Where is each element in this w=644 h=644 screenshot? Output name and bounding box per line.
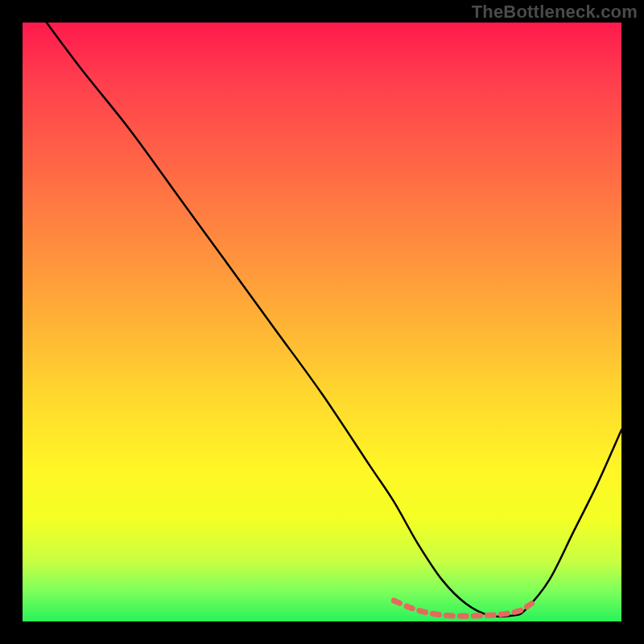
plateau-highlight bbox=[394, 601, 531, 616]
chart-plot-area bbox=[23, 23, 621, 621]
watermark-text: TheBottleneck.com bbox=[472, 2, 638, 23]
main-curve bbox=[47, 23, 621, 617]
chart-svg bbox=[23, 23, 621, 621]
